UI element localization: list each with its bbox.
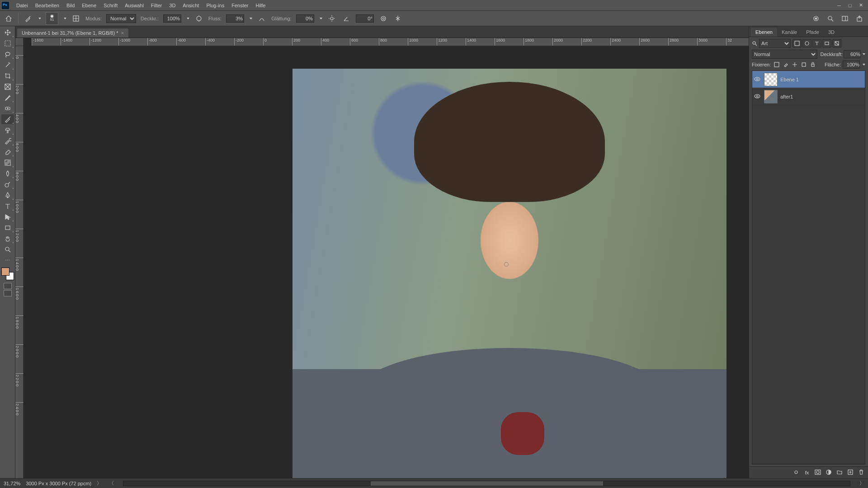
eyedropper-tool[interactable] (1, 93, 14, 103)
group-layers-icon[interactable] (835, 469, 844, 476)
delete-layer-icon[interactable] (857, 469, 865, 476)
adjustment-layer-icon[interactable] (825, 469, 833, 476)
color-swatches[interactable] (1, 267, 14, 280)
pressure-opacity-icon[interactable] (194, 14, 204, 23)
menu-bild[interactable]: Bild (63, 3, 78, 8)
path-selection-tool[interactable] (1, 212, 14, 222)
layer-thumbnail[interactable] (764, 90, 778, 103)
scrollbar-thumb[interactable] (371, 481, 603, 486)
visibility-icon[interactable] (754, 93, 761, 100)
hand-tool[interactable] (1, 234, 14, 244)
smoothing-options-icon[interactable] (327, 14, 337, 23)
layer-row[interactable]: after1 (752, 88, 865, 105)
filter-adjustment-icon[interactable] (802, 39, 811, 47)
layer-fill-input[interactable] (843, 61, 860, 69)
layer-opacity-input[interactable] (844, 50, 861, 58)
marquee-tool[interactable] (1, 38, 14, 48)
scroll-left[interactable]: 〈 (109, 480, 114, 487)
type-tool[interactable] (1, 201, 14, 211)
visibility-icon[interactable] (754, 76, 761, 83)
home-icon[interactable] (4, 14, 14, 23)
scroll-right[interactable]: 〉 (859, 480, 864, 487)
move-tool[interactable] (1, 28, 14, 38)
lasso-tool[interactable] (1, 49, 14, 59)
layer-name[interactable]: after1 (780, 94, 793, 99)
angle-input[interactable] (356, 14, 374, 23)
menu-ebene[interactable]: Ebene (78, 3, 100, 8)
brush-tool-icon[interactable] (23, 14, 33, 23)
opacity-input[interactable] (163, 14, 181, 23)
document-tab[interactable]: Unbenannt-1 bei 31,7% (Ebene 1, RGB/8) *… (17, 28, 128, 38)
brush-preset-dropdown[interactable] (64, 18, 66, 19)
lock-pixels-icon[interactable] (782, 61, 790, 68)
flow-dropdown[interactable] (250, 18, 252, 19)
panel-tab-pfade[interactable]: Pfade (802, 28, 824, 37)
menu-auswahl[interactable]: Auswahl (121, 3, 147, 8)
gradient-tool[interactable] (1, 158, 14, 168)
doc-info-caret[interactable]: 〉 (97, 480, 102, 487)
symmetry-icon[interactable] (393, 14, 403, 23)
layer-mask-icon[interactable] (814, 469, 822, 476)
close-tab-icon[interactable]: × (121, 30, 123, 36)
panel-tab-3d[interactable]: 3D (824, 28, 839, 37)
brush-tool[interactable] (1, 114, 14, 124)
horizontal-scrollbar[interactable] (123, 481, 850, 486)
horizontal-ruler[interactable]: -1600-1400-1200-1000-800-600-400-2000200… (32, 38, 749, 46)
brush-settings-icon[interactable] (71, 14, 81, 23)
pressure-size-icon[interactable] (378, 14, 388, 23)
menu-schrift[interactable]: Schrift (100, 3, 121, 8)
angle-icon[interactable] (341, 14, 351, 23)
filter-pixel-icon[interactable] (793, 39, 802, 47)
blend-mode-select[interactable]: Normal (106, 14, 136, 23)
layer-row[interactable]: Ebene 1 (752, 71, 865, 88)
menu-ansicht[interactable]: Ansicht (179, 3, 203, 8)
rectangle-tool[interactable] (1, 223, 14, 233)
frame-tool[interactable] (1, 82, 14, 92)
brush-preset-picker[interactable]: 51 (46, 12, 58, 25)
doc-info[interactable]: 3000 Px x 3000 Px (72 ppcm) (26, 481, 91, 486)
magic-wand-tool[interactable] (1, 60, 14, 70)
screen-mode-icon[interactable] (4, 290, 12, 296)
zoom-tool[interactable] (1, 244, 14, 254)
menu-3d[interactable]: 3D (165, 3, 179, 8)
lock-all-icon[interactable] (809, 61, 817, 68)
close-button[interactable]: ✕ (855, 2, 866, 8)
layer-filter-kind[interactable]: Art (759, 39, 791, 48)
panel-tab-ebenen[interactable]: Ebenen (751, 28, 777, 37)
lock-position-icon[interactable] (791, 61, 799, 68)
menu-fenster[interactable]: Fenster (228, 3, 252, 8)
cloud-docs-icon[interactable] (811, 14, 821, 23)
airbrush-icon[interactable] (257, 14, 267, 23)
healing-brush-tool[interactable] (1, 103, 14, 113)
lock-artboard-icon[interactable] (800, 61, 808, 68)
menu-filter[interactable]: Filter (147, 3, 165, 8)
filter-shape-icon[interactable] (822, 39, 831, 47)
menu-bearbeiten[interactable]: Bearbeiten (32, 3, 63, 8)
menu-datei[interactable]: Datei (13, 3, 32, 8)
canvas-viewport[interactable] (24, 46, 749, 478)
fill-caret[interactable] (863, 64, 865, 66)
menu-hilfe[interactable]: Hilfe (252, 3, 269, 8)
quick-mask-icon[interactable] (4, 283, 12, 289)
vertical-ruler[interactable]: 0200400600800100012001400160018002000220… (15, 46, 24, 478)
new-layer-icon[interactable] (846, 469, 854, 476)
lock-transparency-icon[interactable] (773, 61, 781, 68)
filter-type-icon[interactable] (812, 39, 821, 47)
opacity-caret[interactable] (863, 53, 865, 55)
dodge-tool[interactable] (1, 179, 14, 189)
share-icon[interactable] (854, 14, 864, 23)
smoothing-dropdown[interactable] (320, 18, 322, 19)
blur-tool[interactable] (1, 169, 14, 178)
minimize-button[interactable]: ─ (834, 3, 844, 8)
smoothing-input[interactable] (296, 14, 314, 23)
layer-thumbnail[interactable] (764, 73, 778, 86)
clone-stamp-tool[interactable] (1, 125, 14, 135)
zoom-level[interactable]: 31,72% (4, 481, 20, 486)
ruler-origin[interactable] (15, 38, 24, 46)
layer-name[interactable]: Ebene 1 (780, 77, 799, 82)
opacity-dropdown[interactable] (187, 18, 189, 19)
layer-blend-mode[interactable]: Normal (752, 50, 817, 59)
flow-input[interactable] (226, 14, 244, 23)
menu-plug-ins[interactable]: Plug-ins (203, 3, 228, 8)
eraser-tool[interactable] (1, 147, 14, 157)
